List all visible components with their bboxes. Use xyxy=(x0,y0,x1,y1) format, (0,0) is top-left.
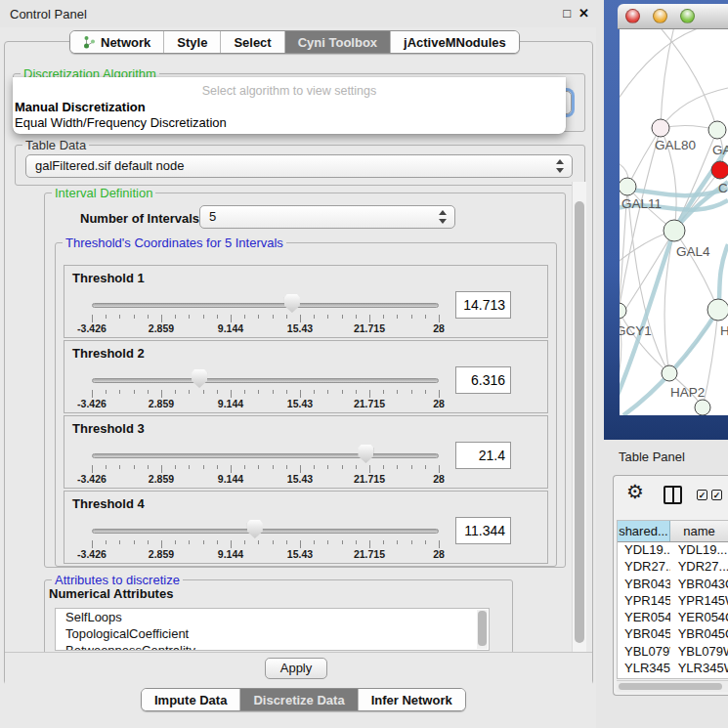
cell-shared-name[interactable]: YDR27... xyxy=(618,559,670,576)
scrollbar-thumb[interactable] xyxy=(575,201,584,643)
cell-shared-name[interactable]: YBR043C xyxy=(618,577,670,593)
table-row[interactable]: YIL052CYIL052C xyxy=(618,677,728,679)
table-row[interactable]: YDL19...YDL19... xyxy=(618,542,728,559)
interval-definition-group: Interval Definition Number of Intervals … xyxy=(44,193,566,568)
thresholds-group: Threshold's Coordinates for 5 Intervals … xyxy=(55,242,557,567)
network-node-GCY1[interactable] xyxy=(620,303,626,319)
slider-track[interactable] xyxy=(92,529,439,534)
tab-label: Network xyxy=(101,35,150,50)
threshold-value-field[interactable]: 6.316 xyxy=(455,366,511,394)
dropdown-item-manual-discretization[interactable]: Manual Discretization xyxy=(13,100,566,115)
dropdown-placeholder-item[interactable]: Select algorithm to view settings xyxy=(13,77,566,100)
number-of-intervals-combobox[interactable]: 5 xyxy=(199,205,455,229)
threshold-value-field[interactable]: 11.344 xyxy=(455,517,511,544)
tab-impute-data[interactable]: Impute Data xyxy=(142,689,240,710)
table-panel-title: Table Panel xyxy=(619,450,685,464)
numerical-attributes-list[interactable]: SelfLoopsTopologicalCoefficientBetweenne… xyxy=(55,608,490,651)
cell-shared-name[interactable]: YBR045C xyxy=(618,626,670,643)
settings-vertical-scrollbar[interactable] xyxy=(572,182,586,652)
attribute-list-item[interactable]: TopologicalCoefficient xyxy=(56,625,489,642)
network-edge[interactable] xyxy=(620,29,728,122)
mac-close-button[interactable] xyxy=(625,9,640,23)
cell-name[interactable]: YBL079W xyxy=(670,644,728,661)
attribute-list-item[interactable]: SelfLoops xyxy=(56,609,489,625)
cell-shared-name[interactable]: YIL052C xyxy=(618,677,670,679)
column-header-name[interactable]: name xyxy=(670,521,728,541)
slider-track[interactable] xyxy=(92,303,439,308)
slider-track[interactable] xyxy=(92,453,439,458)
network-node-GAL80[interactable] xyxy=(652,119,669,137)
gear-icon[interactable]: ⚙ xyxy=(626,482,644,501)
attributes-group: Attributes to discretize Numerical Attri… xyxy=(44,579,513,656)
network-edge[interactable] xyxy=(661,29,682,128)
network-edge[interactable] xyxy=(627,187,669,373)
table-horizontal-scrollbar[interactable] xyxy=(617,680,728,692)
network-canvas[interactable]: GAL80GACGAL11GAL4GCY1HHAP2 xyxy=(620,29,728,415)
scrollbar-thumb[interactable] xyxy=(619,683,722,690)
cell-name[interactable]: YBR043C xyxy=(670,577,728,593)
float-window-icon[interactable]: □ xyxy=(563,6,571,21)
cell-shared-name[interactable]: YDL19... xyxy=(618,542,670,559)
cell-name[interactable]: YPR145W xyxy=(670,593,728,610)
cell-name[interactable]: YER054C xyxy=(670,610,728,626)
cell-shared-name[interactable]: YLR345W xyxy=(618,661,670,677)
cell-name[interactable]: YLR345W xyxy=(670,661,728,677)
network-window-titlebar[interactable] xyxy=(618,4,728,29)
close-icon[interactable]: ✕ xyxy=(578,6,589,21)
tab-infer-network[interactable]: Infer Network xyxy=(359,689,465,710)
table-row[interactable]: YLR345WYLR345W xyxy=(618,661,728,677)
tab-cyni-toolbox[interactable]: Cyni Toolbox xyxy=(285,31,391,53)
network-node-GAL11[interactable] xyxy=(620,178,636,195)
network-node-H-node[interactable] xyxy=(707,299,728,321)
dropdown-item-equal-width-frequency[interactable]: Equal Width/Frequency Discretization xyxy=(13,115,566,131)
attributes-list-scrollbar[interactable] xyxy=(477,610,488,649)
checkbox-icon[interactable]: ✓ xyxy=(711,490,722,500)
column-header-shared-name[interactable]: shared... xyxy=(618,521,670,541)
table-row[interactable]: YER054CYER054C xyxy=(618,610,728,626)
cell-shared-name[interactable]: YPR145W xyxy=(618,593,670,610)
cell-name[interactable]: YIL052C xyxy=(670,677,728,679)
network-node-bottom-node[interactable] xyxy=(695,400,710,415)
network-node-GAL-right[interactable] xyxy=(708,121,726,139)
tab-network[interactable]: Network xyxy=(70,31,164,53)
threshold-value-field[interactable]: 14.713 xyxy=(455,291,511,319)
mac-zoom-button[interactable] xyxy=(680,9,695,23)
tab-discretize-data[interactable]: Discretize Data xyxy=(240,689,358,710)
network-node-red-node[interactable] xyxy=(711,161,728,179)
slider-track[interactable] xyxy=(92,378,439,383)
table-row[interactable]: YDR27...YDR27... xyxy=(618,559,728,576)
threshold-value-field[interactable]: 21.4 xyxy=(455,442,511,469)
network-node-HAP2[interactable] xyxy=(662,365,677,381)
slider-thumb[interactable] xyxy=(284,294,300,313)
network-view-window: GAL80GACGAL11GAL4GCY1HHAP2 xyxy=(604,0,728,440)
cell-name[interactable]: YBR045C xyxy=(670,626,728,643)
table-row[interactable]: YBR045CYBR045C xyxy=(618,626,728,643)
cell-name[interactable]: YDR27... xyxy=(670,559,728,576)
table-row[interactable]: YBR043CYBR043C xyxy=(618,577,728,593)
tab-jactivemnodules[interactable]: jActiveMNodules xyxy=(391,31,519,53)
tab-select[interactable]: Select xyxy=(221,31,284,53)
checkbox-icon[interactable]: ✓ xyxy=(697,490,707,500)
slider-thumb[interactable] xyxy=(358,445,373,463)
cell-shared-name[interactable]: YBL079W xyxy=(618,644,670,661)
split-columns-icon[interactable] xyxy=(664,486,682,504)
cell-shared-name[interactable]: YER054C xyxy=(618,610,670,626)
tab-label: Infer Network xyxy=(371,693,452,707)
attribute-list-item[interactable]: BetweennessCentrality xyxy=(56,642,489,651)
apply-button[interactable]: Apply xyxy=(265,658,327,679)
network-node-GAL4[interactable] xyxy=(664,220,685,241)
tab-label: jActiveMNodules xyxy=(404,35,506,50)
cell-name[interactable]: YDL19... xyxy=(670,542,728,559)
tab-style[interactable]: Style xyxy=(164,31,221,53)
network-edge[interactable] xyxy=(674,231,718,310)
slider-thumb[interactable] xyxy=(192,369,207,388)
slider-thumb[interactable] xyxy=(247,520,263,538)
table-data-combobox[interactable]: galFiltered.sif default node xyxy=(25,154,573,178)
table-row[interactable]: YPR145WYPR145W xyxy=(618,593,728,610)
mac-minimize-button[interactable] xyxy=(653,9,667,23)
table-row[interactable]: YBL079WYBL079W xyxy=(618,644,728,661)
network-edge[interactable] xyxy=(633,29,717,130)
network-node-label: GA xyxy=(712,143,728,157)
node-attribute-table[interactable]: shared... name YDL19...YDL19...YDR27...Y… xyxy=(617,520,728,679)
network-edge[interactable] xyxy=(627,128,661,187)
